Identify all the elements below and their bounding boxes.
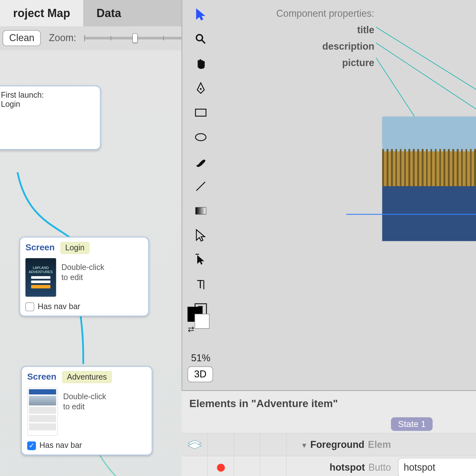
hotspot-chip[interactable]: hotspot [398, 458, 476, 476]
node-type-label: Screen [27, 372, 57, 381]
direct-select-tool-icon[interactable] [192, 227, 209, 244]
brush-tool-icon[interactable] [192, 153, 209, 170]
rectangle-tool-icon[interactable] [192, 104, 209, 121]
first-launch-value: Login [1, 100, 44, 109]
gradient-tool-icon[interactable] [192, 203, 209, 219]
background-color[interactable] [195, 314, 210, 329]
svg-rect-6 [195, 207, 206, 214]
tab-project-map[interactable]: roject Map [0, 0, 83, 26]
has-navbar-label: Has nav bar [40, 441, 82, 450]
magnifier-tool-icon[interactable] [192, 31, 209, 47]
node-hint: Double-click [63, 392, 106, 402]
elements-panel-title: Elements in "Adventure item" [189, 397, 338, 410]
map-node-root[interactable]: First launch: Login ntures [0, 85, 101, 150]
svg-point-2 [200, 88, 202, 90]
zoom-label: Zoom: [49, 33, 76, 44]
component-prop-description: description [225, 38, 374, 55]
selection-guideline [346, 214, 476, 215]
component-prop-title: title [225, 22, 374, 38]
pen-tool-icon[interactable] [192, 80, 209, 96]
zoom-slider[interactable] [84, 37, 189, 39]
svg-line-1 [202, 40, 205, 43]
node-title-fragment: ntures [0, 136, 95, 145]
zoom-percent-label: 51% [191, 352, 211, 364]
path-select-tool-icon[interactable] [192, 252, 209, 268]
thumbnail: LAPLANDADVENTURES [25, 258, 56, 297]
svg-line-5 [196, 182, 205, 191]
clean-button[interactable]: Clean [3, 30, 41, 46]
row-hotspot[interactable]: hotspotButto hotspot [181, 456, 476, 476]
node-hint: Double-click [61, 263, 104, 273]
svg-line-12 [376, 27, 476, 127]
swap-colors-icon[interactable]: ⇄ [188, 324, 194, 334]
node-hint: to edit [61, 273, 104, 283]
svg-text:T: T [197, 279, 204, 290]
has-navbar-checkbox[interactable] [25, 302, 34, 311]
record-dot-icon[interactable] [217, 463, 225, 471]
line-tool-icon[interactable] [192, 178, 209, 195]
map-node-adventures[interactable]: Screen Adventures Double-click to edit ✓… [21, 366, 153, 455]
svg-point-4 [195, 134, 206, 141]
component-preview[interactable]: Title Lorem ipsum dolor sit amet, consec… [382, 117, 476, 241]
node-name-field[interactable]: Login [60, 242, 89, 253]
component-properties-label: Component properties: [225, 8, 374, 19]
preview-picture[interactable] [382, 117, 476, 241]
zoom-slider-knob[interactable] [132, 33, 138, 43]
svg-rect-3 [195, 109, 206, 116]
elements-panel: Elements in "Adventure item" Edit tool: … [181, 390, 476, 476]
ellipse-tool-icon[interactable] [192, 129, 209, 146]
component-prop-picture: picture [225, 55, 374, 71]
type-tool-icon[interactable]: T [192, 276, 209, 293]
node-type-label: Screen [25, 242, 55, 252]
state-1-pill[interactable]: State 1 [391, 417, 433, 431]
has-navbar-checkbox[interactable]: ✓ [27, 441, 36, 450]
hand-tool-icon[interactable] [192, 55, 209, 72]
first-launch-label: First launch: [1, 91, 44, 100]
node-name-field[interactable]: Adventures [62, 371, 112, 383]
has-navbar-label: Has nav bar [38, 302, 80, 311]
3d-button[interactable]: 3D [188, 366, 213, 382]
row-foreground[interactable]: ▼ForegroundElem [181, 433, 476, 456]
disclosure-icon[interactable]: ▼ [301, 442, 308, 449]
thumbnail [27, 388, 58, 436]
pointer-tool-icon[interactable] [192, 6, 209, 23]
project-map-canvas[interactable]: First launch: Login ntures Screen Login … [0, 50, 181, 476]
node-hint: to edit [63, 402, 106, 412]
tab-data[interactable]: Data [83, 0, 134, 26]
color-swatches[interactable]: ⇄ [188, 307, 211, 332]
design-canvas[interactable]: Component properties: title description … [217, 0, 476, 390]
map-node-login[interactable]: Screen Login LAPLANDADVENTURES Double-cl… [19, 237, 149, 316]
svg-point-0 [196, 35, 202, 41]
